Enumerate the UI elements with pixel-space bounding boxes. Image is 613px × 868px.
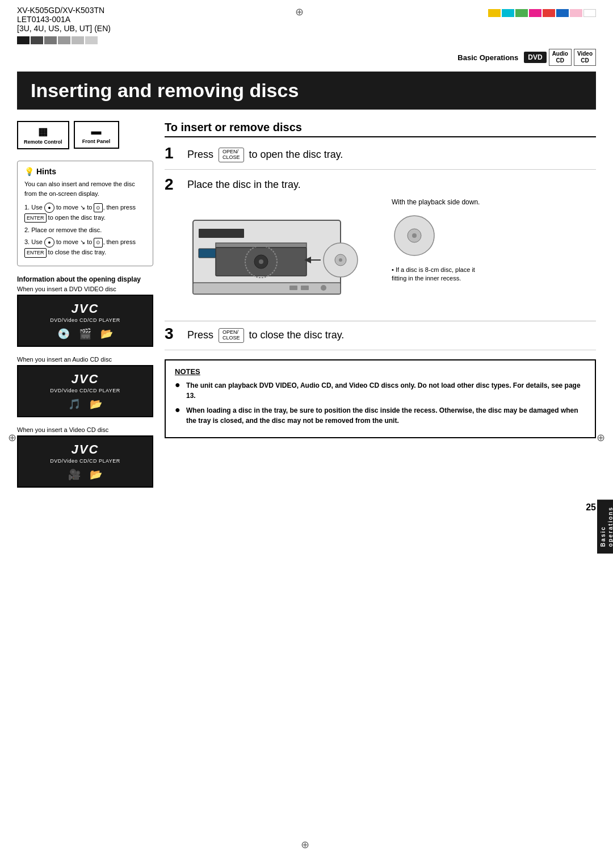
- small-disc-svg: [392, 213, 437, 258]
- badge-audio-cd: AudioCD: [549, 49, 572, 66]
- video-disc-icon: 🎥: [68, 468, 81, 481]
- circle-icon-2: ●: [44, 237, 54, 248]
- step-2-illustration-area: With the playback side down. • If a disc…: [187, 198, 596, 314]
- device-icons: ▦ Remote Control ▬ Front Panel: [17, 121, 153, 149]
- color-bar-3: [44, 36, 57, 44]
- color-bar-red: [543, 9, 555, 17]
- hints-icon: 💡: [24, 167, 34, 176]
- basic-operations-label: Basic Operations: [457, 53, 518, 62]
- jvc-icons-dvd: 💿 🎬 📂: [25, 328, 145, 340]
- step-1-row: 1 Press OPEN/CLOSE to open the disc tray…: [165, 145, 596, 170]
- step-1-number: 1: [165, 145, 180, 161]
- jvc-subtitle-dvd: DVD/Video CD/CD PLAYER: [25, 317, 145, 323]
- color-bars-left: [17, 36, 111, 44]
- bullet-1: ●: [175, 380, 182, 401]
- step-separator: [165, 321, 596, 321]
- svg-rect-14: [199, 249, 216, 258]
- crosshair-right: ⊕: [597, 431, 605, 444]
- hints-step-3: 3. Use ● to move ↘ to ⊙, then press ENTE…: [24, 237, 146, 258]
- jvc-logo-video: JVC: [25, 442, 145, 457]
- audio-disc-icon: 🎵: [68, 398, 81, 410]
- svg-rect-1: [193, 283, 341, 294]
- color-bar-4: [58, 36, 70, 44]
- disc-8cm-note: • If a disc is 8-cm disc, place it fitti…: [392, 266, 482, 283]
- svg-point-9: [339, 258, 342, 262]
- notes-item-1: ● The unit can playback DVD VIDEO, Audio…: [175, 380, 586, 401]
- svg-rect-12: [301, 286, 309, 290]
- right-side-tab: Basic operations: [597, 500, 613, 553]
- color-bar-blue: [556, 9, 569, 17]
- video-folder-icon: 📂: [90, 468, 102, 481]
- step-3-number: 3: [165, 326, 180, 342]
- jvc-logo-dvd: JVC: [25, 301, 145, 316]
- enter-btn-2: ENTER: [24, 248, 47, 257]
- tab-basic: Basic: [600, 526, 606, 547]
- open-icon-2: ⊙: [94, 238, 103, 247]
- page-number-text: 25: [586, 502, 596, 512]
- model-info: XV-K505GD/XV-K503TN LET0143-001A [3U, 4U…: [17, 6, 111, 44]
- open-icon-1: ⊙: [94, 203, 103, 212]
- bullet-2: ●: [175, 405, 182, 426]
- let-number: LET0143-001A: [17, 15, 111, 24]
- page-title: Inserting and removing discs: [31, 79, 582, 102]
- step-1-content: Press OPEN/CLOSE to open the disc tray.: [187, 145, 596, 162]
- nav-badge-area: Basic Operations DVD AudioCD VideoCD: [0, 44, 613, 66]
- notes-title: NOTES: [175, 367, 586, 376]
- remote-icon: ▦: [24, 125, 62, 138]
- color-bar-5: [72, 36, 84, 44]
- region-info: [3U, 4U, US, UB, UT] (EN): [17, 24, 111, 33]
- color-bar-2: [31, 36, 43, 44]
- step-2-number: 2: [165, 177, 180, 192]
- step-3-content: Press OPEN/CLOSE to close the disc tray.: [187, 326, 596, 343]
- step-2-content: Place the disc in the tray.: [187, 177, 596, 314]
- color-bar-1: [17, 36, 30, 44]
- color-bars-right-area: [488, 6, 596, 17]
- hints-title-text: Hints: [36, 167, 56, 176]
- page-title-banner: Inserting and removing discs: [17, 72, 596, 110]
- arrow-icon-1: ↘: [80, 204, 85, 211]
- circle-icon-1: ●: [44, 203, 54, 213]
- step-1-press-text: Press: [187, 149, 213, 160]
- step-2-text: Place the disc in the tray.: [187, 179, 596, 191]
- jvc-video-display: JVC DVD/Video CD/CD PLAYER 🎥 📂: [17, 435, 153, 488]
- arrow-icon-2: ↘: [80, 238, 85, 245]
- hints-step-2: 2. Place or remove the disc.: [24, 225, 146, 236]
- notes-text-2: When loading a disc in the tray, be sure…: [186, 405, 586, 426]
- left-sidebar: ▦ Remote Control ▬ Front Panel 💡 Hints Y…: [17, 115, 165, 497]
- dvd-disc-icon: 💿: [57, 328, 70, 340]
- model-number: XV-K505GD/XV-K503TN: [17, 6, 111, 15]
- jvc-subtitle-video: DVD/Video CD/CD PLAYER: [25, 458, 145, 464]
- jvc-icons-audio: 🎵 📂: [25, 398, 145, 410]
- svg-rect-11: [289, 286, 297, 290]
- color-bar-cyan: [502, 9, 514, 17]
- remote-label: Remote Control: [24, 139, 62, 145]
- svg-point-5: [259, 259, 263, 264]
- hints-intro: You can also insert and remove the disc …: [24, 179, 146, 198]
- color-bar-pink: [570, 9, 582, 17]
- notes-box: NOTES ● The unit can playback DVD VIDEO,…: [165, 359, 596, 438]
- disc-tray-illustration: [187, 198, 380, 314]
- info-title: Information about the opening display: [17, 275, 153, 283]
- badge-dvd: DVD: [524, 52, 546, 63]
- enter-btn-1: ENTER: [24, 213, 47, 223]
- right-content: To insert or remove discs 1 Press OPEN/C…: [165, 115, 596, 497]
- hints-step-1: 1. Use ● to move ↘ to ⊙, then press ENTE…: [24, 203, 146, 223]
- notes-item-2: ● When loading a disc in the tray, be su…: [175, 405, 586, 426]
- color-bar-green: [515, 9, 528, 17]
- svg-rect-15: [199, 229, 244, 238]
- dvd-insert-label: When you insert a DVD VIDEO disc: [17, 286, 153, 292]
- video-insert-label: When you insert a Video CD disc: [17, 426, 153, 433]
- info-section: Information about the opening display Wh…: [17, 275, 153, 488]
- crosshair-left: ⊕: [8, 431, 16, 444]
- crosshair-bottom: ⊕: [301, 838, 309, 851]
- step-2-right-notes: With the playback side down. • If a disc…: [392, 198, 482, 314]
- hints-box: 💡 Hints You can also insert and remove t…: [17, 161, 153, 266]
- section-title: To insert or remove discs: [165, 121, 596, 137]
- page-number: 25: [0, 497, 613, 518]
- svg-point-13: [321, 285, 326, 291]
- jvc-logo-audio: JVC: [25, 372, 145, 387]
- color-bar-6: [85, 36, 98, 44]
- color-bar-magenta: [529, 9, 541, 17]
- jvc-subtitle-audio: DVD/Video CD/CD PLAYER: [25, 388, 145, 393]
- jvc-dvd-display: JVC DVD/Video CD/CD PLAYER 💿 🎬 📂: [17, 295, 153, 347]
